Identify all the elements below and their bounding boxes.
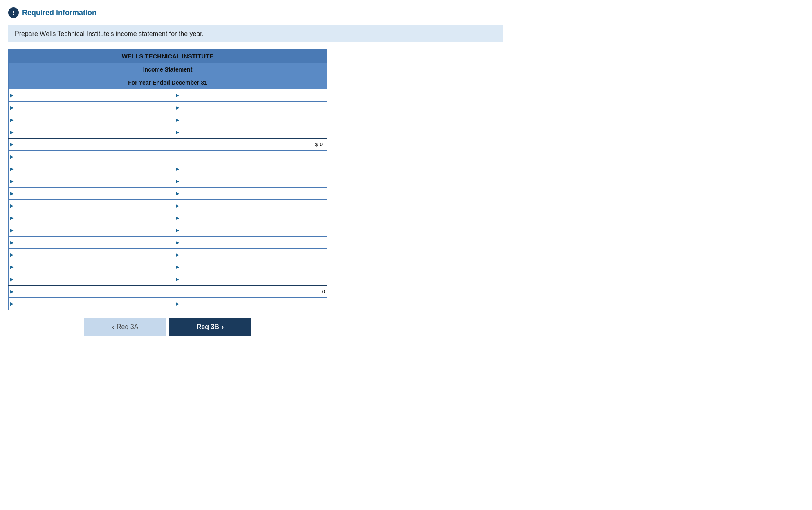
s2-row8-right-cell[interactable] <box>244 237 327 249</box>
final-right-input[interactable] <box>246 299 325 309</box>
s2-row2-right-cell[interactable] <box>244 163 327 175</box>
s2-row5-mid-cell[interactable]: ▶ <box>174 200 244 212</box>
s2-row5-mid-input[interactable] <box>180 203 242 209</box>
s2-row1-label-input[interactable] <box>14 154 172 160</box>
row3-mid-input[interactable] <box>180 117 242 123</box>
s2-row2-label-input[interactable] <box>14 166 172 172</box>
s2-row9-mid-input[interactable] <box>180 252 242 258</box>
s2-row7-label-cell[interactable]: ▶ <box>9 224 174 237</box>
row2-right-cell[interactable] <box>244 102 327 114</box>
s2-row3-mid-input[interactable] <box>180 178 242 184</box>
s2-row5-label-cell[interactable]: ▶ <box>9 200 174 212</box>
s2-row9-label-input[interactable] <box>14 252 172 258</box>
s2-row11-mid-cell[interactable]: ▶ <box>174 273 244 286</box>
s2-row4-mid-cell[interactable]: ▶ <box>174 188 244 200</box>
s2-row6-label-input[interactable] <box>14 215 172 221</box>
row4-label-cell[interactable]: ▶ <box>9 126 174 139</box>
row1-label-cell[interactable]: ▶ <box>9 89 174 102</box>
total-label-input[interactable] <box>14 289 172 295</box>
row3-label-cell[interactable]: ▶ <box>9 114 174 126</box>
row1-mid-cell[interactable]: ▶ <box>174 89 244 102</box>
row4-mid-input[interactable] <box>180 129 242 135</box>
s2-row5-right-cell[interactable] <box>244 200 327 212</box>
subtotal1-label-input[interactable] <box>14 141 172 148</box>
row1-mid-input[interactable] <box>180 92 242 98</box>
s2-row7-mid-input[interactable] <box>180 227 242 233</box>
s2-row8-mid-cell[interactable]: ▶ <box>174 237 244 249</box>
s2-row11-right-input[interactable] <box>246 274 325 284</box>
s2-row4-right-input[interactable] <box>246 188 325 199</box>
row1-right-input[interactable] <box>246 90 325 101</box>
row3-mid-cell[interactable]: ▶ <box>174 114 244 126</box>
s2-row6-right-input[interactable] <box>246 213 325 223</box>
row4-right-cell[interactable] <box>244 126 327 139</box>
row2-label-cell[interactable]: ▶ <box>9 102 174 114</box>
row4-mid-cell[interactable]: ▶ <box>174 126 244 139</box>
s2-row8-label-input[interactable] <box>14 239 172 246</box>
final-label-input[interactable] <box>14 301 172 307</box>
s2-row2-mid-cell[interactable]: ▶ <box>174 163 244 175</box>
s2-row3-right-cell[interactable] <box>244 175 327 188</box>
s2-row7-mid-cell[interactable]: ▶ <box>174 224 244 237</box>
s2-row10-mid-input[interactable] <box>180 264 242 270</box>
s2-row7-right-cell[interactable] <box>244 224 327 237</box>
s2-row11-label-input[interactable] <box>14 276 172 282</box>
s2-row3-label-cell[interactable]: ▶ <box>9 175 174 188</box>
s2-row6-mid-input[interactable] <box>180 215 242 221</box>
s2-row11-mid-input[interactable] <box>180 276 242 282</box>
row2-mid-input[interactable] <box>180 105 242 111</box>
s2-row7-right-input[interactable] <box>246 225 325 235</box>
s2-row10-label-cell[interactable]: ▶ <box>9 261 174 273</box>
s2-row1-label-cell[interactable]: ▶ <box>9 151 174 163</box>
final-right-cell[interactable] <box>244 298 327 310</box>
s2-row8-mid-input[interactable] <box>180 239 242 246</box>
s2-row9-mid-cell[interactable]: ▶ <box>174 249 244 261</box>
s2-row1-right-cell[interactable] <box>244 151 327 163</box>
s2-row1-mid-cell[interactable] <box>174 151 244 163</box>
s2-row7-label-input[interactable] <box>14 227 172 233</box>
s2-row9-right-cell[interactable] <box>244 249 327 261</box>
s2-row3-label-input[interactable] <box>14 178 172 184</box>
row3-right-input[interactable] <box>246 115 325 125</box>
final-label-cell[interactable]: ▶ <box>9 298 174 310</box>
s2-row10-right-input[interactable] <box>246 262 325 272</box>
s2-row5-right-input[interactable] <box>246 201 325 211</box>
s2-row11-label-cell[interactable]: ▶ <box>9 273 174 286</box>
total-label-cell[interactable]: ▶ <box>9 286 174 298</box>
s2-row6-right-cell[interactable] <box>244 212 327 224</box>
row2-right-input[interactable] <box>246 103 325 113</box>
s2-row2-right-input[interactable] <box>246 164 325 174</box>
row3-right-cell[interactable] <box>244 114 327 126</box>
s2-row6-mid-cell[interactable]: ▶ <box>174 212 244 224</box>
s2-row1-right-input[interactable] <box>246 152 325 162</box>
prev-button[interactable]: ‹ Req 3A <box>84 318 166 336</box>
s2-row6-label-cell[interactable]: ▶ <box>9 212 174 224</box>
row4-label-input[interactable] <box>14 129 172 135</box>
row4-right-input[interactable] <box>246 127 325 137</box>
s2-row4-right-cell[interactable] <box>244 188 327 200</box>
row2-label-input[interactable] <box>14 105 172 111</box>
s2-row2-label-cell[interactable]: ▶ <box>9 163 174 175</box>
s2-row5-label-input[interactable] <box>14 203 172 209</box>
final-mid-cell[interactable]: ▶ <box>174 298 244 310</box>
s2-row11-right-cell[interactable] <box>244 273 327 286</box>
next-button[interactable]: Req 3B › <box>169 318 251 336</box>
s2-row9-label-cell[interactable]: ▶ <box>9 249 174 261</box>
row1-label-input[interactable] <box>14 92 172 98</box>
row2-mid-cell[interactable]: ▶ <box>174 102 244 114</box>
s2-row8-label-cell[interactable]: ▶ <box>9 237 174 249</box>
subtotal1-label-cell[interactable]: ▶ <box>9 139 174 151</box>
s2-row1-mid-input[interactable] <box>176 152 242 162</box>
s2-row4-label-input[interactable] <box>14 190 172 197</box>
s2-row4-label-cell[interactable]: ▶ <box>9 188 174 200</box>
s2-row2-mid-input[interactable] <box>180 166 242 172</box>
s2-row8-right-input[interactable] <box>246 237 325 248</box>
s2-row3-right-input[interactable] <box>246 176 325 186</box>
s2-row4-mid-input[interactable] <box>180 190 242 197</box>
s2-row10-mid-cell[interactable]: ▶ <box>174 261 244 273</box>
final-mid-input[interactable] <box>180 301 242 307</box>
row3-label-input[interactable] <box>14 117 172 123</box>
row1-right-cell[interactable] <box>244 89 327 102</box>
s2-row10-right-cell[interactable] <box>244 261 327 273</box>
s2-row10-label-input[interactable] <box>14 264 172 270</box>
